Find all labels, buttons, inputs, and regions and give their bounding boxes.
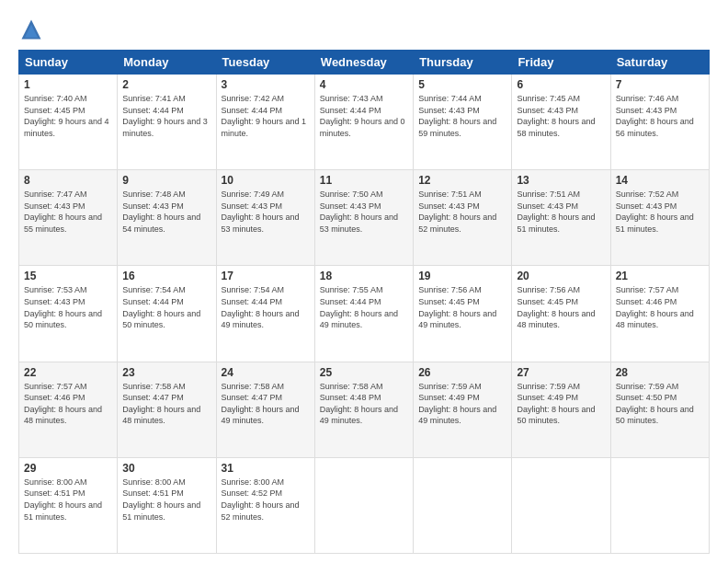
day-info: Sunrise: 7:52 AM Sunset: 4:43 PM Dayligh… [616,190,694,234]
calendar-cell: 22 Sunrise: 7:57 AM Sunset: 4:46 PM Dayl… [19,362,118,457]
day-number: 19 [418,270,506,282]
day-info: Sunrise: 7:55 AM Sunset: 4:44 PM Dayligh… [320,285,398,329]
day-number: 3 [222,78,310,91]
day-info: Sunrise: 7:50 AM Sunset: 4:43 PM Dayligh… [320,190,398,234]
day-info: Sunrise: 7:46 AM Sunset: 4:43 PM Dayligh… [616,94,694,138]
day-info: Sunrise: 7:59 AM Sunset: 4:49 PM Dayligh… [418,382,496,426]
day-number: 9 [122,174,210,187]
day-info: Sunrise: 7:57 AM Sunset: 4:46 PM Dayligh… [616,285,694,329]
day-number: 23 [122,366,210,379]
day-info: Sunrise: 7:45 AM Sunset: 4:43 PM Dayligh… [517,94,595,138]
calendar-cell: 21 Sunrise: 7:57 AM Sunset: 4:46 PM Dayl… [610,266,709,362]
col-header-sunday: Sunday [19,51,118,75]
day-number: 16 [122,270,210,282]
day-info: Sunrise: 7:58 AM Sunset: 4:48 PM Dayligh… [320,382,398,426]
day-number: 1 [24,78,112,91]
day-number: 13 [517,174,605,187]
calendar-cell: 6 Sunrise: 7:45 AM Sunset: 4:43 PM Dayli… [512,75,610,170]
day-info: Sunrise: 7:49 AM Sunset: 4:43 PM Dayligh… [222,190,300,234]
calendar-week-2: 8 Sunrise: 7:47 AM Sunset: 4:43 PM Dayli… [19,170,710,266]
day-number: 8 [24,174,112,187]
day-number: 2 [122,78,210,91]
calendar-cell: 11 Sunrise: 7:50 AM Sunset: 4:43 PM Dayl… [314,170,413,266]
calendar-cell: 13 Sunrise: 7:51 AM Sunset: 4:43 PM Dayl… [512,170,610,266]
calendar-cell: 20 Sunrise: 7:56 AM Sunset: 4:45 PM Dayl… [512,266,610,362]
day-number: 26 [418,366,506,379]
calendar-cell: 2 Sunrise: 7:41 AM Sunset: 4:44 PM Dayli… [118,75,216,170]
calendar-cell: 19 Sunrise: 7:56 AM Sunset: 4:45 PM Dayl… [414,266,512,362]
calendar-cell: 29 Sunrise: 8:00 AM Sunset: 4:51 PM Dayl… [19,457,118,553]
calendar-cell: 1 Sunrise: 7:40 AM Sunset: 4:45 PM Dayli… [19,75,118,170]
calendar-cell: 9 Sunrise: 7:48 AM Sunset: 4:43 PM Dayli… [118,170,216,266]
day-info: Sunrise: 7:58 AM Sunset: 4:47 PM Dayligh… [122,382,200,426]
day-number: 21 [616,270,704,282]
day-info: Sunrise: 7:54 AM Sunset: 4:44 PM Dayligh… [222,285,300,329]
day-info: Sunrise: 7:47 AM Sunset: 4:43 PM Dayligh… [24,190,102,234]
day-number: 29 [24,462,112,475]
calendar-cell: 26 Sunrise: 7:59 AM Sunset: 4:49 PM Dayl… [414,362,512,457]
day-number: 4 [320,78,408,91]
calendar-cell: 5 Sunrise: 7:44 AM Sunset: 4:43 PM Dayli… [414,75,512,170]
calendar-cell [610,457,709,553]
day-number: 22 [24,366,112,379]
day-number: 18 [320,270,408,282]
calendar-cell: 8 Sunrise: 7:47 AM Sunset: 4:43 PM Dayli… [19,170,118,266]
day-info: Sunrise: 7:59 AM Sunset: 4:49 PM Dayligh… [517,382,595,426]
calendar-header-row: SundayMondayTuesdayWednesdayThursdayFrid… [19,51,710,75]
day-number: 25 [320,366,408,379]
day-number: 17 [222,270,310,282]
logo [18,17,48,42]
calendar-cell [512,457,610,553]
day-number: 28 [616,366,704,379]
calendar-cell: 28 Sunrise: 7:59 AM Sunset: 4:50 PM Dayl… [610,362,709,457]
day-number: 5 [418,78,506,91]
calendar-cell: 14 Sunrise: 7:52 AM Sunset: 4:43 PM Dayl… [610,170,709,266]
day-info: Sunrise: 7:42 AM Sunset: 4:44 PM Dayligh… [222,94,307,138]
col-header-saturday: Saturday [610,51,709,75]
calendar-week-1: 1 Sunrise: 7:40 AM Sunset: 4:45 PM Dayli… [19,75,710,170]
day-info: Sunrise: 7:44 AM Sunset: 4:43 PM Dayligh… [418,94,496,138]
day-info: Sunrise: 7:48 AM Sunset: 4:43 PM Dayligh… [122,190,200,234]
day-number: 6 [517,78,605,91]
header [18,17,710,42]
page: SundayMondayTuesdayWednesdayThursdayFrid… [0,0,728,563]
day-info: Sunrise: 8:00 AM Sunset: 4:51 PM Dayligh… [122,477,200,522]
day-number: 27 [517,366,605,379]
day-info: Sunrise: 8:00 AM Sunset: 4:52 PM Dayligh… [222,477,300,522]
day-info: Sunrise: 7:57 AM Sunset: 4:46 PM Dayligh… [24,382,102,426]
day-number: 15 [24,270,112,282]
day-info: Sunrise: 7:56 AM Sunset: 4:45 PM Dayligh… [517,285,595,329]
day-number: 30 [122,462,210,475]
calendar-cell: 18 Sunrise: 7:55 AM Sunset: 4:44 PM Dayl… [314,266,413,362]
col-header-wednesday: Wednesday [314,51,413,75]
day-number: 11 [320,174,408,187]
calendar-cell: 25 Sunrise: 7:58 AM Sunset: 4:48 PM Dayl… [314,362,413,457]
calendar-cell: 27 Sunrise: 7:59 AM Sunset: 4:49 PM Dayl… [512,362,610,457]
calendar-cell: 24 Sunrise: 7:58 AM Sunset: 4:47 PM Dayl… [216,362,314,457]
day-info: Sunrise: 7:43 AM Sunset: 4:44 PM Dayligh… [320,94,405,138]
day-info: Sunrise: 7:51 AM Sunset: 4:43 PM Dayligh… [517,190,595,234]
day-number: 7 [616,78,704,91]
col-header-monday: Monday [118,51,216,75]
day-info: Sunrise: 7:51 AM Sunset: 4:43 PM Dayligh… [418,190,496,234]
logo-icon [18,17,44,42]
calendar-cell: 15 Sunrise: 7:53 AM Sunset: 4:43 PM Dayl… [19,266,118,362]
calendar-cell: 30 Sunrise: 8:00 AM Sunset: 4:51 PM Dayl… [118,457,216,553]
day-number: 12 [418,174,506,187]
calendar-week-5: 29 Sunrise: 8:00 AM Sunset: 4:51 PM Dayl… [19,457,710,553]
calendar-week-3: 15 Sunrise: 7:53 AM Sunset: 4:43 PM Dayl… [19,266,710,362]
col-header-thursday: Thursday [414,51,512,75]
calendar-week-4: 22 Sunrise: 7:57 AM Sunset: 4:46 PM Dayl… [19,362,710,457]
col-header-tuesday: Tuesday [216,51,314,75]
calendar-cell: 23 Sunrise: 7:58 AM Sunset: 4:47 PM Dayl… [118,362,216,457]
col-header-friday: Friday [512,51,610,75]
calendar-cell: 12 Sunrise: 7:51 AM Sunset: 4:43 PM Dayl… [414,170,512,266]
calendar-cell [314,457,413,553]
day-info: Sunrise: 7:40 AM Sunset: 4:45 PM Dayligh… [24,94,109,138]
calendar-cell: 31 Sunrise: 8:00 AM Sunset: 4:52 PM Dayl… [216,457,314,553]
day-number: 14 [616,174,704,187]
day-info: Sunrise: 7:53 AM Sunset: 4:43 PM Dayligh… [24,285,102,329]
day-number: 24 [222,366,310,379]
day-info: Sunrise: 7:56 AM Sunset: 4:45 PM Dayligh… [418,285,496,329]
day-number: 20 [517,270,605,282]
